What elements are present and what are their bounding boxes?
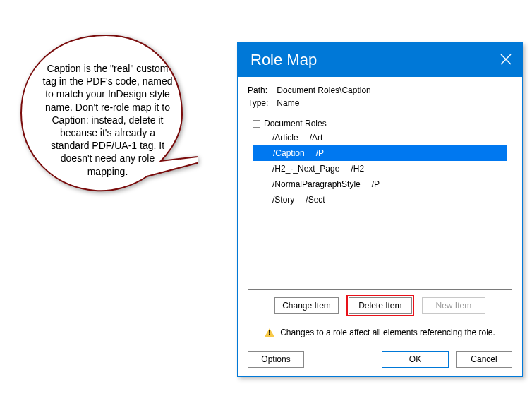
role-map-dialog: Role Map Path: Document Roles\Caption Ty… [237, 42, 523, 377]
warning-icon [265, 328, 274, 337]
type-value: Name [277, 98, 299, 108]
notice-text: Changes to a role affect all elements re… [280, 328, 495, 337]
path-value: Document Roles\Caption [277, 85, 370, 95]
dialog-body: Path: Document Roles\Caption Type: Name … [238, 77, 522, 376]
tree-row-value: /H2 [351, 164, 364, 174]
tree-row-value: /P [316, 148, 324, 158]
tree-row-key: /NormalParagraphStyle [272, 179, 361, 189]
ok-button[interactable]: OK [382, 351, 449, 368]
tree-row[interactable]: /NormalParagraphStyle/P [253, 176, 507, 192]
path-row: Path: Document Roles\Caption [248, 85, 512, 95]
tree-row-key: /H2_-_Next_Page [272, 164, 339, 174]
annotation-text: Caption is the "real" custom tag in the … [42, 62, 173, 178]
dialog-footer: Options OK Cancel [248, 351, 512, 368]
tree-row-value: /Art [310, 133, 323, 143]
new-item-button: New Item [422, 297, 485, 314]
cancel-button[interactable]: Cancel [456, 351, 512, 368]
delete-item-button[interactable]: Delete Item [349, 297, 412, 314]
type-row: Type: Name [248, 98, 512, 108]
tree-row-key: /Article [272, 133, 298, 143]
tree-row-value: /Sect [306, 195, 325, 205]
path-label: Path: [248, 85, 274, 95]
close-icon[interactable] [500, 53, 512, 68]
annotation-callout: Caption is the "real" custom tag in the … [14, 28, 198, 212]
tree-row[interactable]: /Caption/P [253, 145, 507, 161]
collapse-icon[interactable]: − [253, 120, 260, 128]
options-button[interactable]: Options [248, 351, 304, 368]
tree-row-value: /P [372, 179, 380, 189]
tree-row[interactable]: /Story/Sect [253, 192, 507, 208]
role-tree[interactable]: − Document Roles /Article/Art/Caption/P/… [248, 114, 512, 290]
tree-row[interactable]: /H2_-_Next_Page/H2 [253, 161, 507, 176]
type-label: Type: [248, 98, 274, 108]
tree-root-row[interactable]: − Document Roles [253, 117, 507, 130]
tree-row[interactable]: /Article/Art [253, 130, 507, 145]
item-buttons-row: Change Item Delete Item New Item [248, 297, 512, 314]
tree-row-key: /Story [272, 195, 294, 205]
tree-root-label: Document Roles [264, 119, 327, 128]
change-item-button[interactable]: Change Item [274, 297, 339, 314]
dialog-title: Role Map [250, 51, 317, 69]
titlebar: Role Map [238, 43, 522, 77]
notice-bar: Changes to a role affect all elements re… [248, 323, 512, 342]
tree-row-key: /Caption [273, 148, 305, 158]
